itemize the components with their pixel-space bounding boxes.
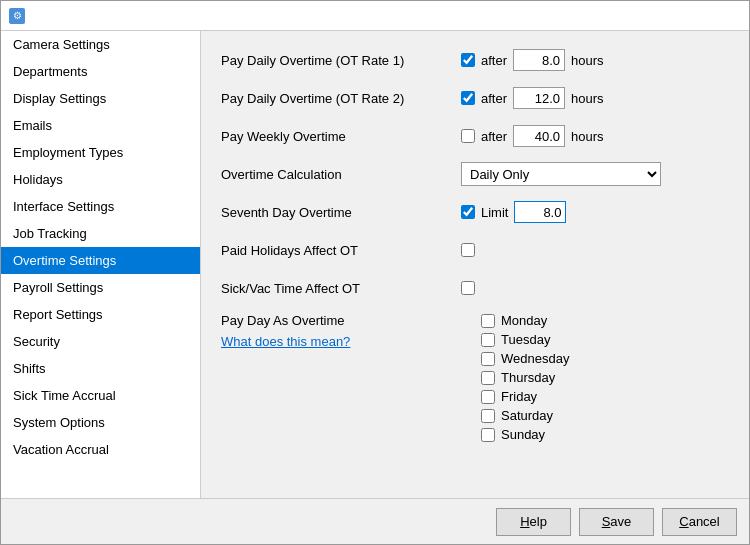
weekly-ot-hours: hours bbox=[571, 129, 604, 144]
weekly-ot-input[interactable] bbox=[513, 125, 565, 147]
day-checkbox-wednesday[interactable] bbox=[481, 352, 495, 366]
paid-holidays-controls bbox=[461, 243, 475, 257]
weekly-ot-checkbox[interactable] bbox=[461, 129, 475, 143]
ot-rate-1-controls: after hours bbox=[461, 49, 604, 71]
help-button[interactable]: Help bbox=[496, 508, 571, 536]
sidebar-item-payroll-settings[interactable]: Payroll Settings bbox=[1, 274, 200, 301]
paid-holidays-row: Paid Holidays Affect OT bbox=[221, 237, 729, 263]
seventh-day-checkbox[interactable] bbox=[461, 205, 475, 219]
day-row-monday: Monday bbox=[481, 313, 569, 328]
ot-rate-2-label: Pay Daily Overtime (OT Rate 2) bbox=[221, 91, 461, 106]
ot-rate-1-after: after bbox=[481, 53, 507, 68]
day-label-sunday: Sunday bbox=[501, 427, 545, 442]
seventh-day-limit-input[interactable] bbox=[514, 201, 566, 223]
paid-holidays-checkbox[interactable] bbox=[461, 243, 475, 257]
sidebar-item-holidays[interactable]: Holidays bbox=[1, 166, 200, 193]
day-label-wednesday: Wednesday bbox=[501, 351, 569, 366]
sidebar-item-camera-settings[interactable]: Camera Settings bbox=[1, 31, 200, 58]
sick-vac-row: Sick/Vac Time Affect OT bbox=[221, 275, 729, 301]
ot-calculation-label: Overtime Calculation bbox=[221, 167, 461, 182]
sidebar-item-system-options[interactable]: System Options bbox=[1, 409, 200, 436]
main-panel: Pay Daily Overtime (OT Rate 1) after hou… bbox=[201, 31, 749, 498]
sidebar-item-emails[interactable]: Emails bbox=[1, 112, 200, 139]
ot-rate-2-controls: after hours bbox=[461, 87, 604, 109]
options-window: ⚙ Camera SettingsDepartmentsDisplay Sett… bbox=[0, 0, 750, 545]
what-does-this-mean-link[interactable]: What does this mean? bbox=[221, 334, 350, 349]
cancel-button[interactable]: Cancel bbox=[662, 508, 737, 536]
ot-rate-1-input[interactable] bbox=[513, 49, 565, 71]
ot-calculation-select[interactable]: Daily Only Weekly Only Both Daily and We… bbox=[461, 162, 661, 186]
day-label-monday: Monday bbox=[501, 313, 547, 328]
sick-vac-checkbox[interactable] bbox=[461, 281, 475, 295]
sidebar-item-employment-types[interactable]: Employment Types bbox=[1, 139, 200, 166]
day-checkbox-tuesday[interactable] bbox=[481, 333, 495, 347]
sidebar-item-departments[interactable]: Departments bbox=[1, 58, 200, 85]
sidebar-item-sick-time-accrual[interactable]: Sick Time Accrual bbox=[1, 382, 200, 409]
ot-rate-1-row: Pay Daily Overtime (OT Rate 1) after hou… bbox=[221, 47, 729, 73]
day-label-thursday: Thursday bbox=[501, 370, 555, 385]
day-row-sunday: Sunday bbox=[481, 427, 569, 442]
sidebar-item-overtime-settings[interactable]: Overtime Settings bbox=[1, 247, 200, 274]
day-checkbox-saturday[interactable] bbox=[481, 409, 495, 423]
ot-rate-2-checkbox[interactable] bbox=[461, 91, 475, 105]
sidebar-item-report-settings[interactable]: Report Settings bbox=[1, 301, 200, 328]
seventh-day-controls: Limit bbox=[461, 201, 566, 223]
title-bar-left: ⚙ bbox=[9, 8, 31, 24]
day-row-saturday: Saturday bbox=[481, 408, 569, 423]
day-row-friday: Friday bbox=[481, 389, 569, 404]
pay-day-label-col: Pay Day As Overtime What does this mean? bbox=[221, 313, 461, 349]
ot-rate-2-hours: hours bbox=[571, 91, 604, 106]
ot-rate-2-input[interactable] bbox=[513, 87, 565, 109]
sidebar-item-job-tracking[interactable]: Job Tracking bbox=[1, 220, 200, 247]
content-area: Camera SettingsDepartmentsDisplay Settin… bbox=[1, 31, 749, 498]
ot-calculation-row: Overtime Calculation Daily Only Weekly O… bbox=[221, 161, 729, 187]
title-bar: ⚙ bbox=[1, 1, 749, 31]
close-button[interactable] bbox=[721, 6, 741, 26]
day-row-wednesday: Wednesday bbox=[481, 351, 569, 366]
ot-rate-1-hours: hours bbox=[571, 53, 604, 68]
day-checkboxes: MondayTuesdayWednesdayThursdayFridaySatu… bbox=[481, 313, 569, 442]
pay-day-label: Pay Day As Overtime bbox=[221, 313, 461, 328]
day-row-thursday: Thursday bbox=[481, 370, 569, 385]
day-checkbox-friday[interactable] bbox=[481, 390, 495, 404]
window-icon: ⚙ bbox=[9, 8, 25, 24]
day-label-tuesday: Tuesday bbox=[501, 332, 550, 347]
sidebar-item-vacation-accrual[interactable]: Vacation Accrual bbox=[1, 436, 200, 463]
save-button[interactable]: Save bbox=[579, 508, 654, 536]
sidebar-item-shifts[interactable]: Shifts bbox=[1, 355, 200, 382]
weekly-ot-controls: after hours bbox=[461, 125, 604, 147]
day-label-saturday: Saturday bbox=[501, 408, 553, 423]
pay-day-section: Pay Day As Overtime What does this mean?… bbox=[221, 313, 729, 442]
day-checkbox-thursday[interactable] bbox=[481, 371, 495, 385]
day-row-tuesday: Tuesday bbox=[481, 332, 569, 347]
seventh-day-label: Seventh Day Overtime bbox=[221, 205, 461, 220]
paid-holidays-label: Paid Holidays Affect OT bbox=[221, 243, 461, 258]
ot-calculation-controls: Daily Only Weekly Only Both Daily and We… bbox=[461, 162, 661, 186]
weekly-ot-after: after bbox=[481, 129, 507, 144]
sidebar-item-interface-settings[interactable]: Interface Settings bbox=[1, 193, 200, 220]
ot-rate-1-label: Pay Daily Overtime (OT Rate 1) bbox=[221, 53, 461, 68]
sidebar-item-display-settings[interactable]: Display Settings bbox=[1, 85, 200, 112]
footer: Help Save Cancel bbox=[1, 498, 749, 544]
ot-rate-1-checkbox[interactable] bbox=[461, 53, 475, 67]
sick-vac-controls bbox=[461, 281, 475, 295]
sidebar-item-security[interactable]: Security bbox=[1, 328, 200, 355]
day-checkbox-sunday[interactable] bbox=[481, 428, 495, 442]
ot-rate-2-row: Pay Daily Overtime (OT Rate 2) after hou… bbox=[221, 85, 729, 111]
sidebar: Camera SettingsDepartmentsDisplay Settin… bbox=[1, 31, 201, 498]
ot-rate-2-after: after bbox=[481, 91, 507, 106]
day-label-friday: Friday bbox=[501, 389, 537, 404]
seventh-day-limit-label: Limit bbox=[481, 205, 508, 220]
day-checkbox-monday[interactable] bbox=[481, 314, 495, 328]
sick-vac-label: Sick/Vac Time Affect OT bbox=[221, 281, 461, 296]
weekly-ot-row: Pay Weekly Overtime after hours bbox=[221, 123, 729, 149]
weekly-ot-label: Pay Weekly Overtime bbox=[221, 129, 461, 144]
seventh-day-row: Seventh Day Overtime Limit bbox=[221, 199, 729, 225]
